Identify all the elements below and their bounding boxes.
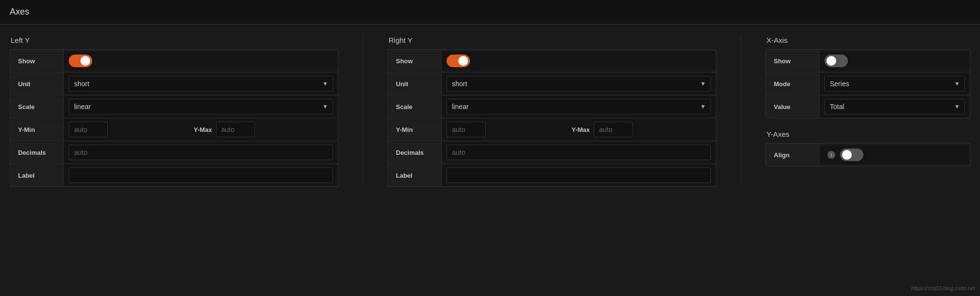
left-y-label-input[interactable] <box>69 167 333 183</box>
x-axis-title: X-Axis <box>765 36 970 44</box>
left-y-label-row: Label <box>10 164 338 186</box>
x-axis-value-row: Value Total Count Avg ▼ <box>766 95 970 118</box>
left-y-unit-select-wrapper: short long none ▼ <box>69 76 333 92</box>
x-axis-mode-content: Series Time None ▼ <box>820 73 970 94</box>
left-y-table: Show Unit short long none <box>10 49 338 187</box>
left-y-label-label: Label <box>10 164 64 186</box>
left-y-scale-select[interactable]: linear log <box>69 99 333 114</box>
left-y-show-row: Show <box>10 50 338 73</box>
left-y-unit-content: short long none ▼ <box>64 73 338 94</box>
right-y-unit-select-wrapper: short long none ▼ <box>447 76 711 92</box>
right-y-unit-content: short long none ▼ <box>442 73 716 94</box>
left-y-title: Left Y <box>10 36 338 44</box>
right-y-label-label: Label <box>388 164 442 186</box>
left-y-max-group <box>216 122 333 137</box>
right-y-minmax-row: Y-Min Y-Max <box>388 118 716 141</box>
right-y-decimals-row: Decimals <box>388 141 716 164</box>
left-y-ymin-input[interactable] <box>69 122 108 137</box>
left-y-show-slider <box>69 55 92 67</box>
left-y-decimals-content <box>64 142 338 163</box>
right-y-scale-content: linear log ▼ <box>442 96 716 117</box>
right-y-table: Show Unit short long none <box>388 49 716 187</box>
right-y-unit-row: Unit short long none ▼ <box>388 73 716 95</box>
x-axis-mode-select[interactable]: Series Time None <box>824 76 965 92</box>
left-y-scale-row: Scale linear log ▼ <box>10 95 338 118</box>
right-y-ymax-input[interactable] <box>594 122 633 137</box>
x-axis-value-label: Value <box>766 95 820 118</box>
right-y-ymin-input[interactable] <box>447 122 486 137</box>
x-axis-show-content <box>820 52 970 70</box>
right-y-minmax-content: Y-Max <box>442 119 716 140</box>
right-panel: X-Axis Show Mode Series <box>765 36 970 187</box>
page-header: Axes <box>0 0 980 24</box>
left-y-scale-label: Scale <box>10 95 64 118</box>
left-y-decimals-input[interactable] <box>69 145 333 160</box>
x-axis-mode-row: Mode Series Time None ▼ <box>766 73 970 95</box>
x-axis-show-slider <box>824 55 848 67</box>
right-y-show-content <box>442 52 716 70</box>
left-y-show-content <box>64 52 338 70</box>
left-y-show-toggle[interactable] <box>69 55 92 67</box>
left-y-unit-row: Unit short long none ▼ <box>10 73 338 95</box>
right-y-scale-select[interactable]: linear log <box>447 99 711 114</box>
right-y-decimals-label: Decimals <box>388 141 442 164</box>
y-axes-align-row: Align i <box>766 144 970 166</box>
x-axis-table: Show Mode Series Time None <box>765 49 970 118</box>
x-axis-value-select[interactable]: Total Count Avg <box>824 99 965 114</box>
y-axes-title: Y-Axes <box>765 130 970 138</box>
right-y-unit-select[interactable]: short long none <box>447 76 711 92</box>
left-y-minmax-content: Y-Max <box>64 119 338 140</box>
align-info-icon: i <box>827 151 835 159</box>
right-y-ymax-label: Y-Max <box>571 126 590 133</box>
left-y-label-content <box>64 165 338 186</box>
left-y-min-group <box>69 122 186 137</box>
left-y-unit-label: Unit <box>10 73 64 95</box>
left-y-scale-content: linear log ▼ <box>64 96 338 117</box>
right-y-decimals-content <box>442 142 716 163</box>
section-gap <box>765 118 970 130</box>
y-axes-align-toggle[interactable] <box>840 148 863 161</box>
x-axis-value-select-wrapper: Total Count Avg ▼ <box>824 99 965 114</box>
right-y-show-slider <box>447 55 470 67</box>
left-y-ymax-input[interactable] <box>216 122 255 137</box>
left-y-show-label: Show <box>10 50 64 72</box>
watermark: https://zzq23.blog.csdn.net <box>911 285 975 291</box>
left-y-decimals-label: Decimals <box>10 141 64 164</box>
right-y-label-content <box>442 165 716 186</box>
x-axis-value-content: Total Count Avg ▼ <box>820 96 970 117</box>
left-y-ymin-label: Y-Min <box>10 118 64 141</box>
left-y-ymax-label: Y-Max <box>194 126 212 133</box>
right-y-unit-label: Unit <box>388 73 442 95</box>
content-area: Left Y Show Unit short <box>0 24 980 199</box>
right-y-min-group <box>447 122 564 137</box>
right-y-label-input[interactable] <box>447 167 711 183</box>
right-y-column: Right Y Show Unit short <box>388 36 716 187</box>
page-title: Axes <box>10 7 29 17</box>
right-y-label-row: Label <box>388 164 716 186</box>
right-y-show-label: Show <box>388 50 442 72</box>
left-y-minmax-group: Y-Max <box>69 122 333 137</box>
y-axes-align-slider <box>840 148 863 161</box>
left-y-unit-select[interactable]: short long none <box>69 76 333 92</box>
right-y-decimals-input[interactable] <box>447 145 711 160</box>
left-y-scale-select-wrapper: linear log ▼ <box>69 99 333 114</box>
left-y-decimals-row: Decimals <box>10 141 338 164</box>
right-y-scale-label: Scale <box>388 95 442 118</box>
right-y-scale-select-wrapper: linear log ▼ <box>447 99 711 114</box>
right-y-max-group <box>594 122 711 137</box>
x-axis-mode-label: Mode <box>766 73 820 95</box>
right-y-title: Right Y <box>388 36 716 44</box>
col-divider-2 <box>741 36 741 187</box>
right-y-show-toggle[interactable] <box>447 55 470 67</box>
y-axes-align-label: Align <box>766 144 820 166</box>
right-y-scale-row: Scale linear log ▼ <box>388 95 716 118</box>
col-divider-1 <box>363 36 363 187</box>
x-axis-show-toggle[interactable] <box>824 55 848 67</box>
x-axis-show-label: Show <box>766 50 820 72</box>
x-axis-mode-select-wrapper: Series Time None ▼ <box>824 76 965 92</box>
right-y-show-row: Show <box>388 50 716 73</box>
y-axes-table: Align i <box>765 143 970 166</box>
right-y-minmax-group: Y-Max <box>447 122 711 137</box>
left-y-minmax-row: Y-Min Y-Max <box>10 118 338 141</box>
left-y-column: Left Y Show Unit short <box>10 36 338 187</box>
